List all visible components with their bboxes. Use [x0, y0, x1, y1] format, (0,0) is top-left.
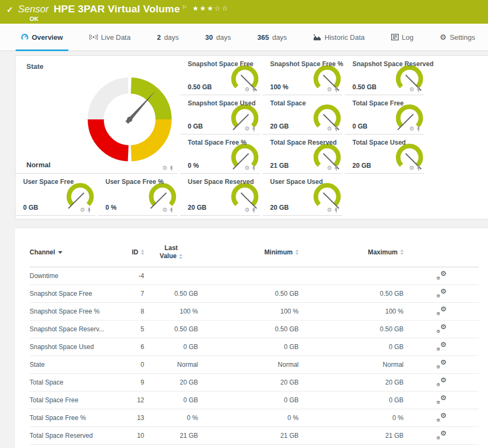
state-gauge-dial	[84, 74, 175, 165]
tab-log[interactable]: Log	[386, 24, 419, 51]
gauge-value: 0 GB	[188, 123, 203, 130]
channels-table-card: Channel ID Last Value Minimum Maximum Do…	[15, 227, 488, 448]
panel-pin-icon[interactable]	[169, 208, 174, 213]
gauge-value: 0.50 GB	[188, 83, 212, 91]
cell-channel: Total Space	[30, 379, 123, 386]
cell-maximum: 20 GB	[299, 379, 404, 386]
column-header-last-value[interactable]: Last Value	[144, 244, 198, 260]
cell-last-value: 20 GB	[144, 379, 198, 386]
panel-pin-icon[interactable]	[252, 126, 256, 132]
panel-gear-icon[interactable]: ⚙	[327, 87, 332, 93]
channel-settings-gears-icon[interactable]: ⚙⚙	[436, 378, 447, 387]
gauge-title: Total Space	[270, 99, 306, 107]
channel-settings-gears-icon[interactable]: ⚙⚙	[436, 324, 447, 334]
tab-30-days-number: 30	[205, 33, 213, 41]
table-row: State 0 Normal Normal Normal ⚙⚙	[30, 356, 479, 374]
gauge-panel: User Space Free % 0 % ⚙	[98, 174, 178, 216]
gauge-title: User Space Free %	[105, 178, 164, 186]
tab-overview-label: Overview	[32, 33, 63, 41]
gauge-panel: User Space Free 0 GB ⚙	[16, 174, 95, 216]
sort-icon	[400, 250, 404, 255]
tab-365-days[interactable]: 365 days	[252, 24, 292, 51]
panel-pin-icon[interactable]	[169, 166, 174, 171]
channel-settings-gears-icon[interactable]: ⚙⚙	[436, 271, 447, 281]
tab-2-days-number: 2	[157, 33, 161, 41]
column-header-minimum[interactable]: Minimum	[198, 248, 299, 256]
log-icon	[391, 34, 399, 40]
channel-settings-gears-icon[interactable]: ⚙⚙	[436, 342, 447, 352]
column-header-channel[interactable]: Channel	[30, 248, 123, 256]
cell-last-value: Normal	[144, 361, 198, 368]
panel-gear-icon[interactable]: ⚙	[409, 165, 414, 171]
cell-last-value: 0 GB	[144, 396, 198, 404]
tab-settings-label: Settings	[450, 33, 475, 41]
gauge-value: 20 GB	[188, 204, 207, 211]
channel-settings-gears-icon[interactable]: ⚙⚙	[436, 431, 447, 440]
panel-gear-icon[interactable]: ⚙	[409, 126, 414, 132]
panel-gear-icon[interactable]: ⚙	[327, 207, 332, 213]
gauge-title: User Space Reserved	[188, 178, 254, 186]
panel-gear-icon[interactable]: ⚙	[244, 165, 250, 171]
channel-settings-gears-icon[interactable]: ⚙⚙	[436, 289, 447, 298]
tab-overview[interactable]: Overview	[16, 24, 68, 51]
live-data-icon	[89, 34, 98, 40]
panel-pin-icon[interactable]	[416, 87, 421, 93]
panel-gear-icon[interactable]: ⚙	[409, 87, 414, 93]
cell-id: -4	[123, 272, 144, 280]
panel-pin-icon[interactable]	[416, 126, 421, 132]
tab-live-data[interactable]: Live Data	[84, 24, 136, 51]
panel-gear-icon[interactable]: ⚙	[162, 207, 167, 213]
overview-gauges-card: State Normal ⚙ Snapshot Space Free	[15, 55, 488, 219]
cell-channel: Total Space Free %	[30, 414, 123, 422]
panel-gear-icon[interactable]: ⚙	[244, 87, 250, 93]
tab-365-days-unit: days	[272, 33, 287, 41]
panel-gear-icon[interactable]: ⚙	[327, 165, 332, 171]
panel-pin-icon[interactable]	[334, 208, 338, 213]
channel-settings-gears-icon[interactable]: ⚙⚙	[436, 360, 447, 369]
cell-maximum: 0 GB	[299, 396, 404, 404]
panel-gear-icon[interactable]: ⚙	[244, 126, 250, 132]
gauge-title: Total Space Free	[352, 99, 404, 107]
channel-settings-gears-icon[interactable]: ⚙⚙	[436, 413, 447, 423]
panel-pin-icon[interactable]	[87, 208, 91, 213]
column-header-maximum[interactable]: Maximum	[299, 248, 404, 256]
panel-pin-icon[interactable]	[334, 126, 338, 132]
tab-historic-data[interactable]: Historic Data	[308, 24, 370, 51]
panel-pin-icon[interactable]	[252, 208, 256, 213]
cell-id: 7	[123, 290, 144, 297]
panel-gear-icon[interactable]: ⚙	[80, 207, 85, 213]
tab-30-days[interactable]: 30 days	[200, 24, 236, 51]
priority-flag-icon[interactable]: ⚐	[182, 4, 187, 10]
panel-pin-icon[interactable]	[252, 166, 256, 171]
gauge-title: Snapshot Space Reserved	[352, 60, 434, 68]
panel-pin-icon[interactable]	[416, 166, 421, 171]
gauge-value: 0 %	[105, 204, 117, 211]
panel-pin-icon[interactable]	[334, 166, 338, 171]
gauge-panel: Snapshot Space Free 0.50 GB ⚙	[180, 56, 260, 95]
column-header-id[interactable]: ID	[123, 248, 144, 256]
channel-settings-gears-icon[interactable]: ⚙⚙	[436, 307, 447, 316]
gauge-value: 0 GB	[352, 123, 367, 130]
cell-id: 12	[123, 396, 144, 404]
gauge-value: 20 GB	[352, 162, 371, 169]
panel-pin-icon[interactable]	[252, 87, 256, 93]
sensor-header: ✓ Sensor HPE 3PAR Virtual Volume ⚐ ★★★☆☆…	[0, 0, 488, 24]
gauge-title: Snapshot Space Free %	[270, 60, 343, 68]
cell-last-value: 0 %	[144, 414, 198, 422]
table-row: Total Space 9 20 GB 20 GB 20 GB ⚙⚙	[30, 374, 479, 392]
tab-2-days[interactable]: 2 days	[152, 24, 185, 51]
table-row: Total Space Free 12 0 GB 0 GB 0 GB ⚙⚙	[30, 392, 479, 409]
panel-gear-icon[interactable]: ⚙	[244, 207, 250, 213]
tab-settings[interactable]: ⚙ Settings	[434, 24, 480, 51]
gauge-panel: Total Space Free 0 GB ⚙	[345, 95, 425, 134]
cell-channel: Snapshot Space Used	[30, 343, 123, 351]
cell-id: 9	[123, 379, 144, 386]
table-row: Snapshot Space Free % 8 100 % 100 % 100 …	[30, 303, 479, 321]
channel-settings-gears-icon[interactable]: ⚙⚙	[436, 395, 447, 405]
priority-stars[interactable]: ★★★☆☆	[192, 4, 229, 12]
settings-gear-icon: ⚙	[440, 33, 447, 41]
panel-gear-icon[interactable]: ⚙	[162, 165, 167, 171]
panel-gear-icon[interactable]: ⚙	[327, 126, 332, 132]
gauge-panel: Total Space Used 20 GB ⚙	[345, 134, 425, 174]
panel-pin-icon[interactable]	[334, 87, 338, 93]
